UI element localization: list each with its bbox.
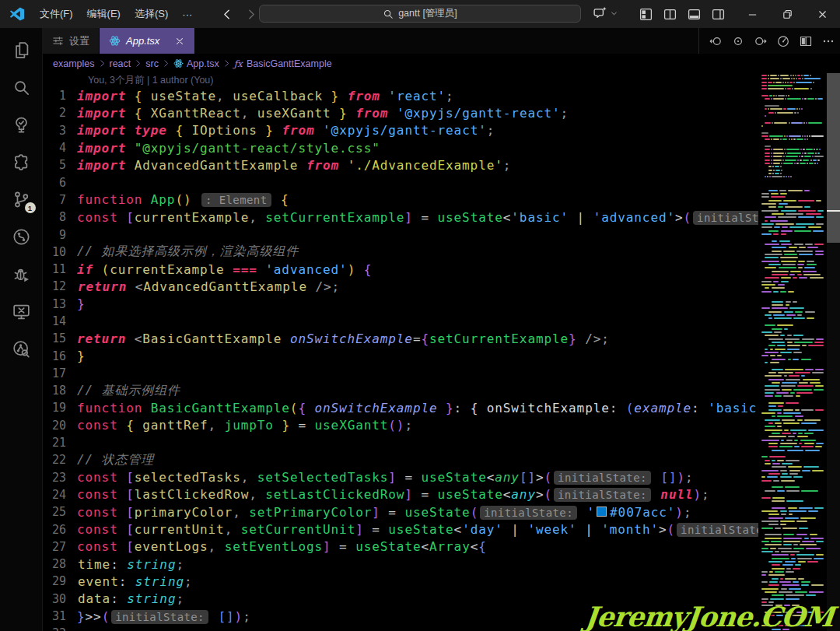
- activity-search[interactable]: [0, 68, 43, 106]
- minimap-line: [783, 395, 793, 397]
- minimap-line: [761, 480, 772, 482]
- activity-git-graph[interactable]: [0, 330, 43, 367]
- color-swatch[interactable]: [597, 507, 607, 517]
- token: ,: [249, 210, 265, 225]
- restore-button[interactable]: [770, 0, 805, 28]
- menu-edit[interactable]: 编辑(E): [80, 4, 128, 24]
- menu-file[interactable]: 文件(F): [33, 4, 80, 24]
- minimap-line: [768, 405, 776, 407]
- code-line[interactable]: 3import type { IOptions } from '@xpyjs/g…: [43, 122, 758, 139]
- run-code-button[interactable]: [777, 35, 789, 47]
- tab-app-tsx[interactable]: App.tsx: [100, 28, 195, 54]
- token: ;: [176, 591, 184, 606]
- code-line[interactable]: 20 const { ganttRef, jumpTo } = useXGant…: [43, 417, 758, 434]
- minimap-line: [798, 561, 806, 563]
- minimap-line: [770, 349, 773, 350]
- tab-settings[interactable]: 设置: [43, 28, 100, 54]
- code-line[interactable]: 22 // 状态管理: [43, 451, 758, 468]
- scrollbar[interactable]: [827, 73, 840, 631]
- minimap-line: [809, 163, 813, 164]
- minimap-line: [802, 345, 807, 346]
- minimap-line: [775, 170, 780, 171]
- token: (): [388, 418, 404, 433]
- minimap-line: [810, 538, 824, 539]
- code-line[interactable]: 7function App() : Element {: [43, 191, 758, 209]
- token: useState: [421, 470, 486, 485]
- activity-source-control[interactable]: 1: [0, 181, 43, 218]
- token: [355, 262, 364, 277]
- minimap-line: [768, 436, 787, 437]
- chevron-right-icon: [222, 58, 232, 68]
- menu-selection[interactable]: 选择(S): [128, 4, 175, 24]
- activity-todo-tree[interactable]: [0, 106, 43, 143]
- breadcrumb-item[interactable]: ƒxBasicGanttExample: [234, 58, 332, 69]
- minimize-button[interactable]: [735, 0, 770, 28]
- next-change-button[interactable]: [754, 35, 767, 47]
- code-line[interactable]: 12 return <AdvancedGanttExample />;: [43, 278, 758, 295]
- git-blame-codelens[interactable]: You, 3个月前 | 1 author (You): [88, 73, 758, 87]
- code-line[interactable]: 2import { XGanttReact, useXGantt } from …: [43, 104, 758, 121]
- code-line[interactable]: 5import AdvancedGanttExample from './Adv…: [43, 156, 758, 174]
- back-button[interactable]: [220, 8, 233, 21]
- toggle-secondary-sidebar-icon[interactable]: [712, 8, 725, 21]
- breadcrumb-item[interactable]: src: [145, 58, 159, 69]
- menu-more[interactable]: ···: [175, 5, 199, 23]
- open-change-button[interactable]: [732, 35, 744, 47]
- line-content: // 状态管理: [77, 452, 154, 468]
- minimap-line: [785, 88, 786, 89]
- scrollbar-slider[interactable]: [827, 73, 840, 243]
- code-line[interactable]: 4import "@xpyjs/gantt-react/style.css": [43, 139, 758, 156]
- activity-run-and-debug[interactable]: [0, 255, 43, 293]
- toggle-primary-sidebar-icon[interactable]: [663, 8, 677, 21]
- copilot-button[interactable]: [593, 6, 618, 20]
- code-line[interactable]: 8 const [currentExample, setCurrentExamp…: [43, 209, 758, 226]
- minimap-line: [806, 149, 812, 150]
- line-content: function BasicGanttExample({ onSwitchExa…: [77, 401, 758, 415]
- forward-button[interactable]: [245, 8, 258, 21]
- code-line[interactable]: 28 time: string;: [43, 556, 758, 573]
- code-line[interactable]: 23 const [selectedTasks, setSelectedTask…: [43, 469, 758, 486]
- code-line[interactable]: 13 }: [43, 296, 758, 313]
- close-icon[interactable]: [174, 36, 185, 47]
- minimap-line: [773, 170, 775, 171]
- code-line[interactable]: 11 if (currentExample === 'advanced') {: [43, 261, 758, 278]
- code-line[interactable]: 27 const [eventLogs, setEventLogs] = use…: [43, 538, 758, 556]
- close-button[interactable]: [805, 0, 840, 28]
- code-line[interactable]: 26 const [currentUnit, setCurrentUnit] =…: [43, 521, 758, 538]
- customize-layout-icon[interactable]: [639, 8, 653, 21]
- code-line[interactable]: 1import { useState, useCallback } from '…: [43, 87, 758, 104]
- breadcrumb-item[interactable]: App.tsx: [173, 58, 219, 69]
- minimap-line: [805, 450, 820, 451]
- code-line[interactable]: 9: [43, 226, 758, 243]
- code-line[interactable]: 16}: [43, 347, 758, 364]
- code-line[interactable]: 15 return <BasicGanttExample onSwitchExa…: [43, 330, 758, 347]
- code-line[interactable]: 25 const [primaryColor, setPrimaryColor]…: [43, 503, 758, 521]
- code-line[interactable]: 24 const [lastClickedRow, setLastClicked…: [43, 486, 758, 503]
- minimap-line: [781, 588, 787, 590]
- code-line[interactable]: 10 // 如果选择高级示例，渲染高级组件: [43, 244, 758, 261]
- code-line[interactable]: 17: [43, 365, 758, 382]
- code-editor[interactable]: You, 3个月前 | 1 author (You) 1import { use…: [43, 73, 758, 631]
- minimap-line: [772, 594, 784, 596]
- activity-explorer[interactable]: [0, 31, 43, 68]
- breadcrumb-item[interactable]: react: [110, 58, 131, 69]
- minimap[interactable]: [758, 73, 827, 631]
- code-line[interactable]: 14: [43, 313, 758, 330]
- code-line[interactable]: 6: [43, 174, 758, 191]
- command-center-search[interactable]: gantt [管理员]: [259, 5, 581, 23]
- prev-change-button[interactable]: [709, 35, 722, 47]
- token: (: [684, 210, 692, 225]
- toggle-panel-icon[interactable]: [688, 8, 701, 21]
- split-editor-button[interactable]: [800, 35, 812, 47]
- code-line[interactable]: 29 event: string;: [43, 573, 758, 590]
- breadcrumb-item[interactable]: examples: [53, 58, 95, 69]
- code-line[interactable]: 18// 基础示例组件: [43, 382, 758, 399]
- activity-remote-screen[interactable]: [0, 293, 43, 330]
- minimap-line: [797, 314, 802, 316]
- code-line[interactable]: 19function BasicGanttExample({ onSwitchE…: [43, 399, 758, 416]
- activity-gitlens[interactable]: [0, 218, 43, 255]
- more-actions-button[interactable]: [822, 35, 835, 47]
- code-line[interactable]: 21: [43, 434, 758, 451]
- activity-extension[interactable]: [0, 143, 43, 181]
- minimap-line: [765, 138, 769, 140]
